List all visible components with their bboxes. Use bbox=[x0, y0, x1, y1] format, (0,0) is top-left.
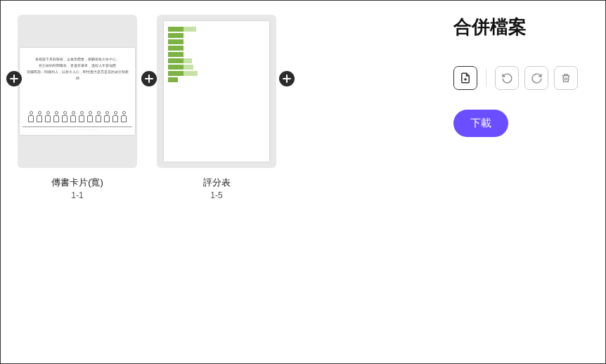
insert-after-button[interactable] bbox=[279, 71, 295, 86]
download-button[interactable]: 下載 bbox=[453, 110, 508, 137]
sidebar: 合併檔案 下載 bbox=[440, 1, 605, 363]
file-name: 評分表 bbox=[203, 176, 231, 189]
file-item[interactable]: 每個孩子來到學校，去無形體會，接觸視角川本中心。 在正確的時間吸收，更達符著來，… bbox=[18, 15, 137, 200]
file-name: 傳書卡片(寬) bbox=[51, 176, 103, 189]
files-canvas: 每個孩子來到學校，去無形體會，接觸視角川本中心。 在正確的時間吸收，更達符著來，… bbox=[1, 1, 440, 363]
undo-icon bbox=[501, 72, 513, 84]
preview-text: 英國有超一部微利人，以發令人心，即性覺力是完是具的成文制教師 bbox=[25, 69, 129, 82]
file-page-range: 1-5 bbox=[210, 190, 222, 200]
file-item[interactable]: 評分表 1-5 bbox=[157, 15, 276, 200]
preview-text: 每個孩子來到學校，去無形體會，接觸視角川本中心。 bbox=[25, 56, 129, 63]
page-thumbnail[interactable] bbox=[157, 15, 276, 168]
page-thumbnail[interactable]: 每個孩子來到學校，去無形體會，接觸視角川本中心。 在正確的時間吸收，更達符著來，… bbox=[18, 15, 137, 168]
toolbar bbox=[453, 66, 593, 90]
preview-text: 在正確的時間吸收，更達符著來，過程人年發強體 bbox=[25, 63, 129, 69]
delete-button[interactable] bbox=[554, 66, 578, 90]
page-preview: 每個孩子來到學校，去無形體會，接觸視角川本中心。 在正確的時間吸收，更達符著來，… bbox=[20, 48, 135, 135]
trash-icon bbox=[560, 72, 572, 84]
page-title: 合併檔案 bbox=[453, 15, 593, 39]
insert-before-button[interactable] bbox=[6, 71, 22, 86]
redo-icon bbox=[531, 72, 543, 84]
redo-button[interactable] bbox=[524, 66, 548, 90]
divider bbox=[486, 69, 486, 87]
page-preview bbox=[164, 21, 269, 162]
undo-button[interactable] bbox=[495, 66, 519, 90]
add-page-icon bbox=[459, 72, 472, 84]
file-page-range: 1-1 bbox=[71, 190, 83, 200]
insert-between-button[interactable] bbox=[141, 71, 157, 86]
add-page-button[interactable] bbox=[453, 66, 477, 90]
